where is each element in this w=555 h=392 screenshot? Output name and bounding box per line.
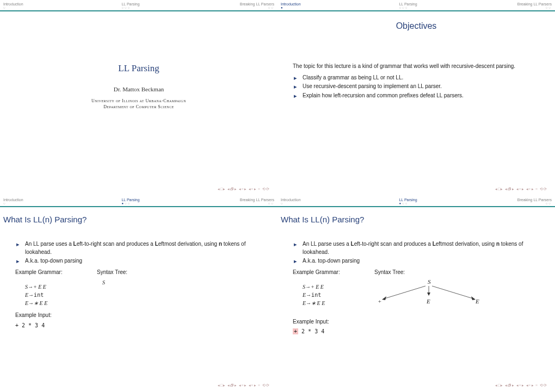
divider (278, 206, 555, 207)
nav-bar: Introduction○ LL Parsing○○○ Breaking LL … (0, 0, 278, 10)
example-input-label: Example Input: (15, 312, 262, 320)
definition-2: A.k.a. top-down parsing (16, 257, 262, 265)
divider (0, 10, 278, 11)
svg-marker-5 (471, 296, 476, 300)
nav-sec-intro: Introduction (3, 198, 23, 202)
nav-sec-ll: LL Parsing (399, 198, 417, 202)
nav-bar: Introduction● LL Parsing○○○ Breaking LL … (278, 0, 555, 10)
divider (0, 206, 278, 207)
tree-node-plus: + (378, 298, 381, 304)
nav-sec-break: Breaking LL Parsers (240, 2, 274, 6)
tree-node-E1: E (426, 298, 430, 304)
objective-3: Explain how left-recursion and common pr… (294, 92, 540, 100)
slide-objectives: Introduction● LL Parsing○○○ Breaking LL … (278, 0, 555, 196)
syntax-tree-label: Syntax Tree: (374, 269, 483, 277)
nav-sec-intro: Introduction (281, 198, 301, 202)
definition-1: An LL parse uses a Left-to-right scan an… (16, 240, 262, 256)
nav-sec-ll: LL Parsing (399, 2, 417, 6)
svg-marker-3 (382, 296, 386, 300)
tree-node-E2: E (475, 298, 479, 304)
nav-sec-break: Breaking LL Parsers (517, 2, 552, 6)
nav-sec-ll: LL Parsing (121, 2, 139, 6)
syntax-tree: S + E E (374, 278, 483, 311)
definition-1: An LL parse uses a Left-to-right scan an… (294, 240, 540, 256)
beamer-nav-icons: ◂□▸ ◂🗗▸ ◂≡▸ ◂≡▸ ≡ ⟲⟳ (218, 383, 270, 388)
nav-sec-intro: Introduction (281, 2, 301, 6)
definition-list: An LL parse uses a Left-to-right scan an… (15, 240, 262, 265)
definition-list: An LL parse uses a Left-to-right scan an… (293, 240, 540, 265)
example-input-label: Example Input: (293, 318, 540, 326)
nav-sec-intro: Introduction (3, 2, 23, 6)
svg-marker-1 (427, 293, 430, 296)
beamer-nav-icons: ◂□▸ ◂🗗▸ ◂≡▸ ◂≡▸ ≡ ⟲⟳ (495, 383, 547, 388)
slide-heading: What Is LL(n) Parsing? (3, 215, 278, 224)
nav-sec-break: Breaking LL Parsers (517, 198, 552, 202)
grammar-rule-3: E→∗ E E (25, 299, 81, 307)
affil-line2: Department of Computer Science (0, 104, 278, 110)
grammar-rule-3: E→∗ E E (303, 299, 358, 307)
example-input: + 2 * 3 4 (15, 322, 262, 330)
example-input: + 2 * 3 4 (293, 328, 540, 336)
beamer-nav-icons: ◂□▸ ◂🗗▸ ◂≡▸ ◂≡▸ ≡ ⟲⟳ (495, 187, 547, 191)
grammar-rule-1: S→+ E E (25, 283, 81, 291)
syntax-tree-root: S (97, 278, 127, 287)
objectives-list: Classify a grammar as being LL or not LL… (293, 74, 540, 100)
objectives-intro: The topic for this lecture is a kind of … (293, 63, 540, 71)
divider (278, 10, 555, 11)
input-highlight: + (293, 328, 298, 334)
affil-line1: University of Illinois at Urbana-Champai… (0, 98, 278, 104)
author: Dr. Mattox Beckman (0, 86, 278, 92)
example-grammar-label: Example Grammar: (15, 269, 81, 277)
grammar-rule-1: S→+ E E (303, 283, 358, 291)
definition-2: A.k.a. top-down parsing (294, 257, 540, 265)
nav-sec-ll: LL Parsing (121, 198, 139, 202)
syntax-tree-label: Syntax Tree: (97, 269, 127, 277)
nav-bar: Introduction○ LL Parsing●○○ Breaking LL … (0, 196, 278, 206)
grammar-rule-2: E→int (303, 291, 358, 299)
nav-sec-break: Breaking LL Parsers (240, 198, 274, 202)
svg-line-4 (432, 286, 474, 299)
slide-lln-2: Introduction○ LL Parsing●○○ Breaking LL … (278, 196, 555, 392)
slide-heading: What Is LL(n) Parsing? (281, 215, 555, 224)
nav-bar: Introduction○ LL Parsing●○○ Breaking LL … (278, 196, 555, 206)
objective-1: Classify a grammar as being LL or not LL… (294, 74, 540, 82)
grammar-rules: S→+ E E E→int E→∗ E E (293, 283, 358, 307)
beamer-nav-icons: ◂□▸ ◂🗗▸ ◂≡▸ ◂≡▸ ≡ ⟲⟳ (218, 187, 270, 191)
example-grammar-label: Example Grammar: (293, 269, 358, 277)
slide-lln-1: Introduction○ LL Parsing●○○ Breaking LL … (0, 196, 278, 392)
grammar-rule-2: E→int (25, 291, 81, 299)
presentation-title: LL Parsing (0, 63, 278, 74)
svg-line-2 (383, 286, 425, 299)
affiliation: University of Illinois at Urbana-Champai… (0, 98, 278, 110)
tree-node-S: S (428, 278, 431, 285)
grammar-rules: S→+ E E E→int E→∗ E E (15, 283, 81, 307)
slide-heading: Objectives (278, 21, 555, 31)
objective-2: Use recursive-descent parsing to impleme… (294, 83, 540, 91)
slide-title: Introduction○ LL Parsing○○○ Breaking LL … (0, 0, 278, 196)
